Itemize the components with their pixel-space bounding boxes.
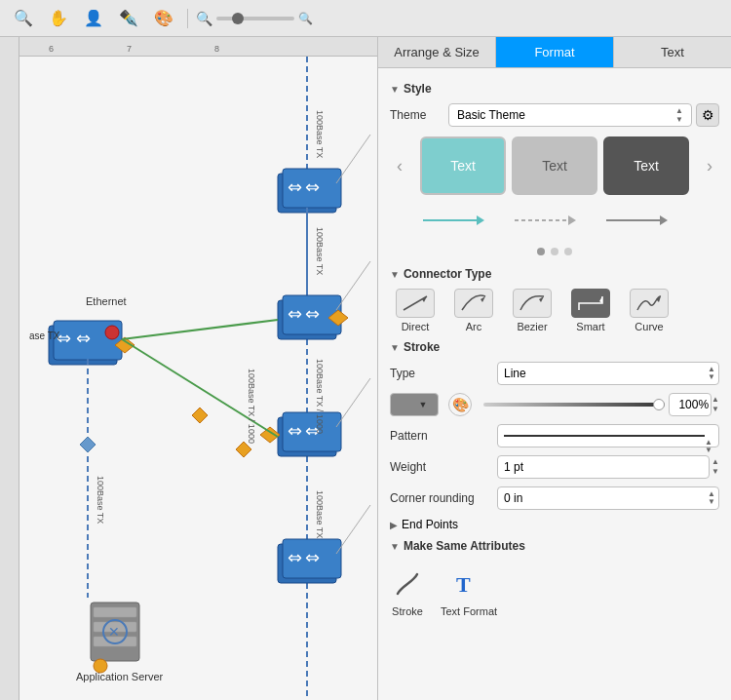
corner-rounding-select-wrapper: 0 in ▲ ▼ <box>497 486 719 510</box>
app-server-label: Application Server <box>76 671 164 682</box>
make-same-stroke[interactable]: Stroke <box>390 566 425 617</box>
svg-text:✕: ✕ <box>108 624 120 640</box>
swatch-prev-button[interactable]: ‹ <box>390 136 409 195</box>
corner-rounding-label: Corner rounding <box>390 491 497 505</box>
weight-up-button[interactable]: ▲ <box>712 457 719 467</box>
make-same-stroke-icon <box>390 566 425 602</box>
svg-text:⇔: ⇔ <box>76 329 91 348</box>
svg-line-28 <box>336 505 370 554</box>
select-tool-button[interactable]: 👤 <box>78 5 109 32</box>
theme-row: Theme Basic Theme ▲ ▼ ⚙ <box>390 103 719 127</box>
opacity-down-button[interactable]: ▼ <box>712 405 719 414</box>
swatch-teal[interactable]: Text <box>420 136 506 195</box>
toolbar-separator <box>187 9 188 28</box>
pattern-select[interactable]: ▲ ▼ <box>497 424 719 447</box>
router-top: ⇔ ⇔ <box>278 169 341 213</box>
svg-line-26 <box>336 261 370 310</box>
tab-text[interactable]: Text <box>614 37 731 67</box>
ruler-mark-7: 7 <box>127 44 132 54</box>
connector-type-bezier[interactable]: Bezier <box>507 289 558 332</box>
style-arrow-icon[interactable]: ▼ <box>390 84 400 95</box>
dots-indicator <box>390 248 719 255</box>
tab-format[interactable]: Format <box>496 37 614 67</box>
opacity-slider[interactable] <box>483 403 665 407</box>
stroke-dropdown-arrow: ▼ <box>419 400 428 409</box>
svg-text:⇔: ⇔ <box>305 548 320 567</box>
style-tool-button[interactable]: 🎨 <box>148 5 179 32</box>
svg-text:⇔: ⇔ <box>288 421 302 441</box>
opacity-input[interactable] <box>669 393 712 416</box>
stroke-arrow-icon[interactable]: ▼ <box>390 342 400 353</box>
svg-text:100Base TX: 100Base TX <box>315 490 325 538</box>
make-same-items: Stroke T Text Format <box>390 561 719 623</box>
stroke-type-label: Type <box>390 367 497 380</box>
hand-tool-button[interactable]: ✋ <box>43 5 74 32</box>
gear-button[interactable]: ⚙ <box>696 103 719 127</box>
svg-marker-37 <box>236 442 251 457</box>
ethernet-label: Ethernet <box>86 295 127 307</box>
router-bottom: ⇔ ⇔ <box>278 539 341 583</box>
theme-dropdown[interactable]: Basic Theme ▲ ▼ <box>448 103 692 127</box>
hub-left: ⇔ ⇔ <box>49 321 135 365</box>
main-area: 6 7 8 ⇔ ⇔ <box>0 37 731 700</box>
zoom-in-icon[interactable]: 🔍 <box>298 12 313 25</box>
pen-tool-button[interactable]: ✒️ <box>113 5 144 32</box>
make-same-arrow-icon[interactable]: ▼ <box>390 541 400 552</box>
theme-select-wrapper: Basic Theme ▲ ▼ ⚙ <box>448 103 719 127</box>
swatch-dark[interactable]: Text <box>603 136 689 195</box>
style-section-header: ▼ Style <box>390 82 719 96</box>
direct-label: Direct <box>402 321 430 332</box>
svg-text:100Base TX: 100Base TX <box>96 476 105 524</box>
swatch-gray[interactable]: Text <box>512 136 597 195</box>
connector-type-direct[interactable]: Direct <box>390 289 441 332</box>
stroke-color-dropdown[interactable]: ▼ <box>390 393 439 416</box>
stroke-type-select-wrapper: Line ▲ ▼ <box>497 362 719 385</box>
svg-text:⇔: ⇔ <box>288 177 302 197</box>
svg-marker-60 <box>539 296 544 302</box>
corner-rounding-row: Corner rounding 0 in ▲ ▼ <box>390 486 719 510</box>
panel-content: ▼ Style Theme Basic Theme ▲ ▼ ⚙ <box>378 68 731 700</box>
end-points-header[interactable]: ▶ End Points <box>390 518 719 531</box>
tab-arrange-size[interactable]: Arrange & Size <box>378 37 496 67</box>
ruler-mark-8: 8 <box>214 44 219 54</box>
make-same-stroke-label: Stroke <box>392 605 423 617</box>
svg-text:100Base TX: 100Base TX <box>315 227 325 275</box>
weight-input[interactable] <box>497 455 710 479</box>
stroke-section-header: ▼ Stroke <box>390 340 719 354</box>
zoom-area: 🔍 🔍 <box>196 11 313 26</box>
connector-type-arrow-icon[interactable]: ▼ <box>390 269 400 280</box>
theme-label: Theme <box>390 108 448 122</box>
swatch-next-button[interactable]: › <box>700 136 719 195</box>
canvas-content[interactable]: ⇔ ⇔ ⇔ ⇔ ⇔ ⇔ <box>19 57 377 700</box>
ruler-mark-6: 6 <box>49 44 54 54</box>
connector-type-smart[interactable]: Smart <box>565 289 616 332</box>
svg-marker-35 <box>80 437 96 452</box>
svg-marker-14 <box>260 427 280 443</box>
make-same-text-format[interactable]: T Text Format <box>441 566 497 617</box>
corner-rounding-select[interactable]: 0 in <box>497 486 719 510</box>
smart-label: Smart <box>576 321 604 332</box>
toolbar: 🔍 ✋ 👤 ✒️ 🎨 🔍 🔍 <box>0 0 731 37</box>
weight-label: Weight <box>390 460 497 474</box>
connector-type-arc[interactable]: Arc <box>448 289 499 332</box>
arc-label: Arc <box>466 321 482 332</box>
canvas-area[interactable]: 6 7 8 ⇔ ⇔ <box>0 37 378 700</box>
stroke-section-label: Stroke <box>404 340 440 354</box>
color-wheel-button[interactable]: 🎨 <box>448 393 472 416</box>
zoom-fit-button[interactable]: 🔍 <box>8 5 39 32</box>
zoom-slider[interactable] <box>216 17 294 20</box>
stroke-type-select[interactable]: Line <box>497 362 719 385</box>
opacity-up-button[interactable]: ▲ <box>712 395 719 405</box>
connector-type-curve[interactable]: Curve <box>624 289 674 332</box>
weight-down-button[interactable]: ▼ <box>712 467 719 477</box>
curve-icon <box>630 289 669 318</box>
svg-marker-36 <box>192 408 208 423</box>
connector-arrows-row <box>390 201 719 240</box>
make-same-section-header: ▼ Make Same Attributes <box>390 539 719 553</box>
style-section-label: Style <box>404 82 432 96</box>
curve-label: Curve <box>635 321 663 332</box>
connector-type-section-header: ▼ Connector Type <box>390 267 719 281</box>
stroke-color-row: ▼ 🎨 ▲ ▼ <box>390 393 719 416</box>
zoom-out-icon[interactable]: 🔍 <box>196 11 212 26</box>
connector-type-label: Connector Type <box>404 267 491 281</box>
